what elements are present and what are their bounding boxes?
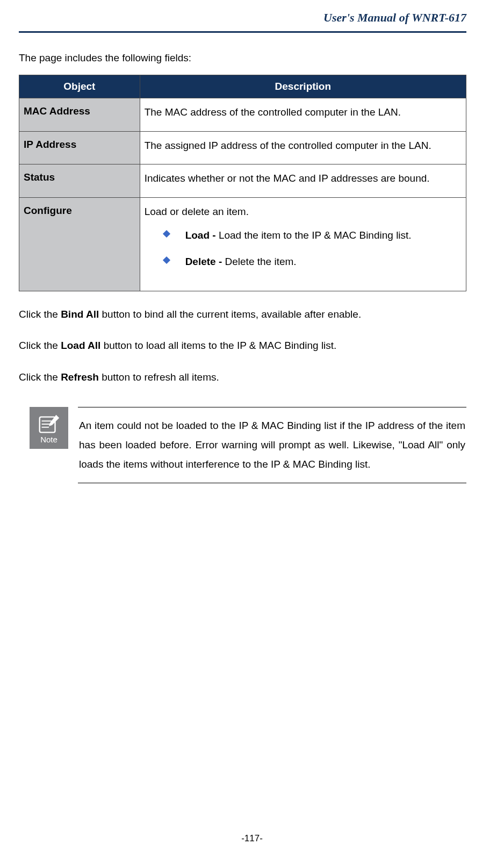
th-object: Object [19, 75, 140, 98]
note-text: An item could not be loaded to the IP & … [79, 416, 465, 474]
page-number: -117- [0, 833, 504, 844]
action-post: button to refresh all items. [99, 371, 219, 383]
th-description: Description [140, 75, 466, 98]
refresh-text: Click the Refresh button to refresh all … [19, 369, 466, 385]
action-pre: Click the [19, 371, 61, 383]
note-label: Note [40, 435, 57, 444]
cell-object: Status [19, 164, 140, 198]
table-row: Status Indicates whether or not the MAC … [19, 164, 466, 198]
table-row: MAC Address The MAC address of the contr… [19, 98, 466, 132]
action-pre: Click the [19, 309, 61, 320]
configure-lead: Load or delete an item. [145, 206, 249, 217]
bullet-bold: Delete - [185, 256, 225, 267]
action-bold: Refresh [61, 371, 99, 383]
bullet-text: Delete the item. [225, 256, 297, 267]
cell-object: IP Address [19, 131, 140, 164]
note-icon: Note [30, 407, 68, 449]
cell-description: Indicates whether or not the MAC and IP … [140, 164, 466, 198]
bind-all-text: Click the Bind All button to bind all th… [19, 306, 466, 323]
notepad-icon [37, 413, 61, 435]
note-block: Note An item could not be loaded to the … [30, 407, 466, 483]
bullet-bold: Load - [185, 230, 219, 241]
fields-table: Object Description MAC Address The MAC a… [19, 75, 466, 291]
page-header: User's Manual of WNRT-617 [19, 0, 466, 33]
table-row: Configure Load or delete an item. Load -… [19, 197, 466, 291]
cell-description: The assigned IP address of the controlle… [140, 131, 466, 164]
list-item: Load - Load the item to the IP & MAC Bin… [164, 228, 462, 244]
action-bold: Bind All [61, 309, 99, 320]
cell-object: Configure [19, 197, 140, 291]
action-bold: Load All [61, 340, 100, 351]
cell-object: MAC Address [19, 98, 140, 132]
table-row: IP Address The assigned IP address of th… [19, 131, 466, 164]
load-all-text: Click the Load All button to load all it… [19, 338, 466, 354]
action-post: button to bind all the current items, av… [99, 309, 361, 320]
cell-description: Load or delete an item. Load - Load the … [140, 197, 466, 291]
action-pre: Click the [19, 340, 61, 351]
cell-description: The MAC address of the controlled comput… [140, 98, 466, 132]
bullet-text: Load the item to the IP & MAC Binding li… [219, 230, 412, 241]
configure-bullets: Load - Load the item to the IP & MAC Bin… [164, 228, 462, 269]
action-post: button to load all items to the IP & MAC… [100, 340, 336, 351]
intro-text: The page includes the following fields: [19, 52, 466, 64]
note-text-wrap: An item could not be loaded to the IP & … [78, 407, 466, 483]
list-item: Delete - Delete the item. [164, 254, 462, 270]
